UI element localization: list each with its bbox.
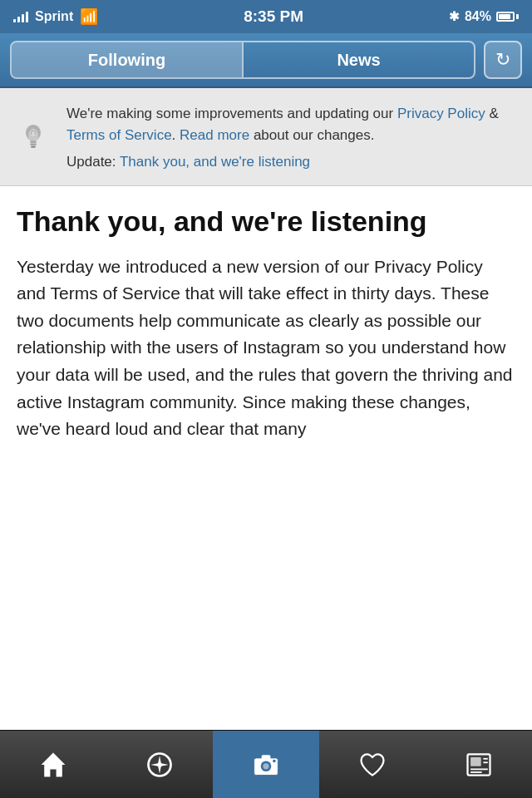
signal-icon bbox=[13, 11, 28, 22]
svg-point-20 bbox=[273, 759, 276, 762]
bottom-tab-home[interactable] bbox=[0, 731, 106, 798]
bluetooth-icon: ✱ bbox=[449, 9, 460, 24]
notice-amp: & bbox=[485, 106, 499, 121]
bottom-tab-explore[interactable] bbox=[106, 731, 213, 798]
explore-icon bbox=[145, 750, 175, 780]
bottom-tab-camera[interactable] bbox=[213, 731, 319, 798]
home-icon bbox=[38, 750, 68, 780]
svg-rect-19 bbox=[262, 755, 271, 759]
svg-marker-8 bbox=[42, 752, 66, 776]
svg-rect-22 bbox=[470, 757, 481, 766]
terms-of-service-link[interactable]: Terms of Service bbox=[66, 127, 172, 143]
tab-group: Following News bbox=[10, 41, 475, 79]
svg-point-14 bbox=[157, 762, 161, 766]
svg-rect-2 bbox=[30, 140, 37, 142]
bottom-tab-newsfeed[interactable] bbox=[426, 731, 532, 798]
notice-text: We're making some improvements and updat… bbox=[66, 103, 515, 145]
lightbulb-icon bbox=[15, 119, 52, 155]
privacy-policy-link[interactable]: Privacy Policy bbox=[397, 106, 485, 121]
battery-pct-label: 84% bbox=[465, 9, 491, 24]
svg-point-18 bbox=[263, 763, 268, 769]
status-right: ✱ 84% bbox=[449, 9, 519, 24]
bottom-tab-likes[interactable] bbox=[319, 731, 426, 798]
camera-icon bbox=[251, 750, 281, 780]
update-link[interactable]: Thank you, and we're listening bbox=[120, 154, 310, 170]
newsfeed-icon bbox=[464, 750, 494, 780]
main-content: Thank you, and we're listening Yesterday… bbox=[0, 186, 532, 730]
heart-icon bbox=[357, 750, 387, 780]
wifi-icon: 📶 bbox=[80, 7, 98, 26]
refresh-icon: ↻ bbox=[495, 49, 510, 71]
svg-rect-3 bbox=[30, 143, 37, 145]
carrier-label: Sprint bbox=[35, 9, 73, 24]
notice-intro: We're making some improvements and updat… bbox=[66, 106, 397, 121]
svg-rect-4 bbox=[31, 145, 36, 147]
notice-update: Update: Thank you, and we're listening bbox=[66, 154, 515, 170]
notice-banner: We're making some improvements and updat… bbox=[0, 88, 532, 186]
status-bar: Sprint 📶 8:35 PM ✱ 84% bbox=[0, 0, 532, 33]
article-body: Yesterday we introduced a new version of… bbox=[17, 254, 515, 443]
refresh-button[interactable]: ↻ bbox=[484, 41, 522, 79]
nav-tab-bar: Following News ↻ bbox=[0, 33, 532, 88]
status-time: 8:35 PM bbox=[244, 7, 303, 26]
tab-following[interactable]: Following bbox=[12, 42, 242, 77]
read-more-link[interactable]: Read more bbox=[180, 127, 249, 143]
update-prefix: Update: bbox=[66, 154, 120, 170]
battery-icon bbox=[496, 12, 519, 22]
bottom-tab-bar bbox=[0, 730, 532, 798]
article-title: Thank you, and we're listening bbox=[17, 204, 515, 239]
tab-news[interactable]: News bbox=[244, 42, 474, 77]
notice-mid: . bbox=[172, 127, 180, 143]
status-left: Sprint 📶 bbox=[13, 7, 98, 26]
notice-outro: about our changes. bbox=[249, 127, 374, 143]
notice-content: We're making some improvements and updat… bbox=[66, 103, 515, 170]
